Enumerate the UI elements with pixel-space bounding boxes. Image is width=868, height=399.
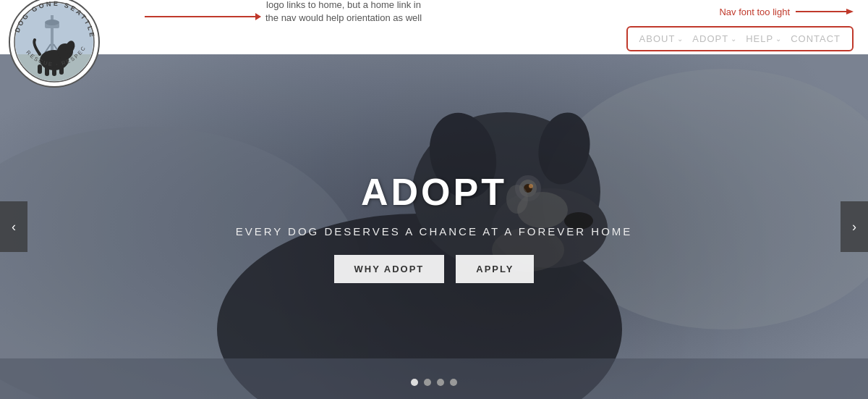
svg-marker-21 (846, 9, 854, 14)
why-adopt-button[interactable]: WHY ADOPT (334, 255, 445, 283)
carousel-dot-1[interactable] (411, 379, 418, 386)
logo-area[interactable]: DOG GONE SEATTLE RESCUE · RESPECT · REPE… (7, 0, 152, 75)
carousel-dot-2[interactable] (424, 379, 431, 386)
svg-rect-16 (59, 66, 64, 75)
carousel-prev-button[interactable]: ‹ (0, 201, 27, 252)
carousel-next-button[interactable]: › (841, 201, 868, 252)
svg-rect-17 (38, 64, 42, 74)
svg-point-7 (45, 20, 59, 25)
hero-subtitle: EVERY DOG DESERVES A CHANCE AT A FOREVER… (236, 225, 633, 238)
help-chevron: ⌄ (775, 35, 782, 43)
nav-item-contact[interactable]: CONTACT (791, 33, 841, 44)
carousel-dot-4[interactable] (450, 379, 457, 386)
hero-section: ADOPT EVERY DOG DESERVES A CHANCE AT A F… (0, 54, 868, 399)
adopt-chevron: ⌄ (731, 35, 737, 43)
hero-buttons: WHY ADOPT APPLY (334, 255, 535, 283)
nav-annotation-text: Nav font too light (719, 7, 790, 17)
header: DOG GONE SEATTLE RESCUE · RESPECT · REPE… (0, 0, 868, 54)
about-chevron: ⌄ (677, 35, 684, 43)
apply-button[interactable]: APPLY (456, 255, 534, 283)
svg-rect-14 (45, 66, 49, 76)
nav-item-about[interactable]: ABOUT ⌄ (639, 33, 684, 44)
home-annotation: logo links to home, but a home link in t… (145, 16, 260, 17)
hero-content: ADOPT EVERY DOG DESERVES A CHANCE AT A F… (0, 54, 868, 399)
carousel-dots (411, 379, 457, 386)
carousel-dot-3[interactable] (437, 379, 444, 386)
annotation-home-line (145, 16, 260, 17)
nav-item-adopt[interactable]: ADOPT ⌄ (692, 33, 737, 44)
nav-item-help[interactable]: HELP ⌄ (746, 33, 782, 44)
site-logo[interactable]: DOG GONE SEATTLE RESCUE · RESPECT · REPE… (7, 0, 101, 89)
navigation: ABOUT ⌄ ADOPT ⌄ HELP ⌄ CONTACT (626, 26, 854, 51)
hero-title: ADOPT (361, 170, 507, 214)
nav-annotation-arrow (796, 6, 854, 17)
annotation-home-text: logo links to home, but a home link in t… (264, 0, 423, 25)
